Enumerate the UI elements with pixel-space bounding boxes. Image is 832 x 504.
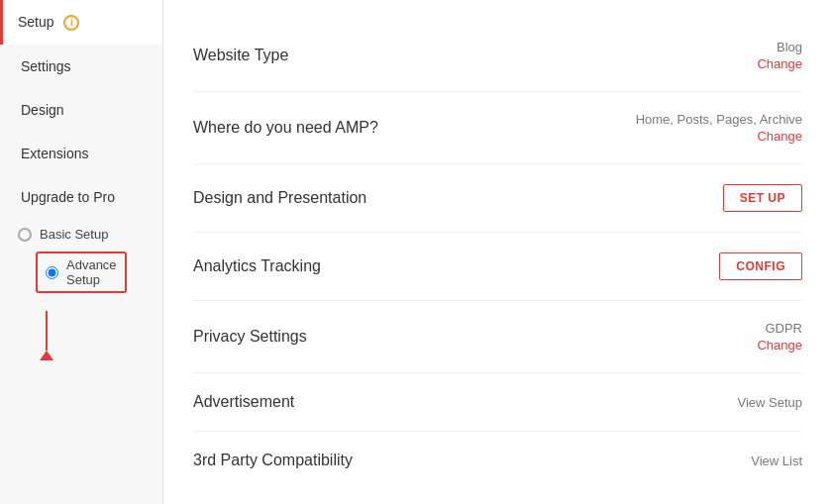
setting-row-advertisement: AdvertisementView Setup — [193, 373, 802, 432]
sidebar-item-extensions[interactable]: Extensions — [0, 132, 162, 175]
info-icon: i — [63, 15, 79, 31]
action-link-third-party[interactable]: View List — [751, 454, 802, 468]
action-primary-privacy-settings: GDPR — [765, 321, 802, 336]
setting-row-analytics-tracking: Analytics TrackingCONFIG — [193, 233, 802, 301]
setup-radio-group: Basic Setup Advance Setup — [0, 219, 162, 372]
setting-row-privacy-settings: Privacy SettingsGDPRChange — [193, 301, 802, 373]
action-link-amp-location[interactable]: Change — [757, 129, 802, 144]
basic-setup-radio[interactable] — [18, 228, 32, 242]
setting-row-amp-location: Where do you need AMP?Home, Posts, Pages… — [193, 92, 802, 164]
action-primary-website-type: Blog — [777, 40, 802, 54]
setting-action-privacy-settings: GDPRChange — [757, 321, 802, 353]
setting-action-third-party: View List — [751, 454, 802, 468]
action-button-design-presentation[interactable]: SET UP — [723, 184, 802, 212]
sidebar-item-design[interactable]: Design — [0, 88, 162, 132]
basic-setup-label: Basic Setup — [40, 227, 108, 242]
setting-label-privacy-settings: Privacy Settings — [193, 328, 307, 346]
advance-setup-radio[interactable] — [46, 266, 58, 279]
setting-label-analytics-tracking: Analytics Tracking — [193, 257, 321, 275]
advance-setup-label: Advance Setup — [66, 257, 117, 287]
sidebar-design-label: Design — [21, 102, 64, 118]
action-link-privacy-settings[interactable]: Change — [757, 338, 802, 353]
advance-setup-box: Advance Setup — [36, 252, 127, 293]
setting-row-design-presentation: Design and PresentationSET UP — [193, 164, 802, 233]
setting-row-third-party: 3rd Party CompatibilityView List — [193, 432, 802, 489]
sidebar-item-setup[interactable]: Setup i — [0, 0, 162, 45]
sidebar-upgrade-label: Upgrade to Pro — [21, 189, 115, 205]
setting-label-third-party: 3rd Party Compatibility — [193, 452, 353, 469]
basic-setup-radio-item[interactable]: Basic Setup — [18, 227, 145, 242]
action-link-website-type[interactable]: Change — [757, 56, 802, 71]
setting-label-website-type: Website Type — [193, 47, 288, 64]
arrow-up-indicator — [40, 311, 145, 360]
action-button-analytics-tracking[interactable]: CONFIG — [719, 252, 802, 280]
sidebar: Setup i Settings Design Extensions Upgra… — [0, 0, 163, 504]
setting-action-website-type: BlogChange — [757, 40, 802, 71]
action-primary-amp-location: Home, Posts, Pages, Archive — [636, 112, 802, 127]
setting-label-amp-location: Where do you need AMP? — [193, 119, 378, 137]
setting-label-advertisement: Advertisement — [193, 393, 294, 411]
sidebar-item-upgrade[interactable]: Upgrade to Pro — [0, 175, 162, 219]
setting-action-design-presentation: SET UP — [723, 184, 802, 212]
main-content: Website TypeBlogChangeWhere do you need … — [163, 0, 832, 504]
setting-row-website-type: Website TypeBlogChange — [193, 20, 802, 92]
action-link-advertisement[interactable]: View Setup — [737, 395, 802, 410]
sidebar-item-settings[interactable]: Settings — [0, 45, 162, 88]
setting-label-design-presentation: Design and Presentation — [193, 189, 366, 207]
setting-action-amp-location: Home, Posts, Pages, ArchiveChange — [636, 112, 802, 144]
advance-setup-container: Advance Setup — [18, 250, 145, 295]
sidebar-extensions-label: Extensions — [21, 146, 88, 161]
setting-action-advertisement: View Setup — [737, 395, 802, 410]
sidebar-settings-label: Settings — [21, 58, 71, 74]
sidebar-setup-label: Setup — [18, 14, 54, 30]
setting-action-analytics-tracking: CONFIG — [719, 252, 802, 280]
